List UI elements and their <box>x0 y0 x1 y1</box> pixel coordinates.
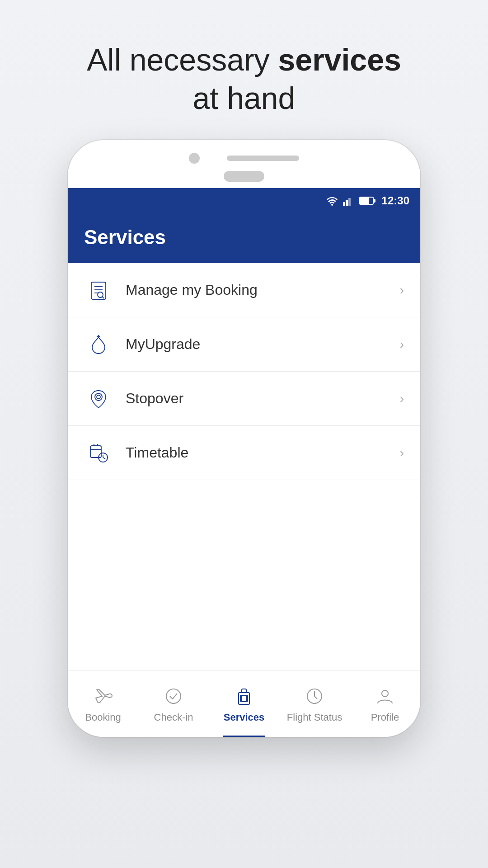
service-label-manage-booking: Manage my Booking <box>126 282 400 298</box>
service-label-timetable: Timetable <box>126 444 400 461</box>
signal-icon <box>343 196 353 206</box>
flightstatus-icon <box>303 684 326 708</box>
headline-area: All necessary services at hand <box>0 0 488 140</box>
timetable-icon <box>84 439 113 467</box>
services-icon <box>232 684 256 708</box>
nav-item-profile[interactable]: Profile <box>350 670 420 737</box>
battery-icon <box>359 197 374 205</box>
status-bar: 12:30 <box>68 188 420 213</box>
headline-line2: at hand <box>193 81 296 115</box>
status-time: 12:30 <box>382 194 409 207</box>
headline-line1: All necessary <box>87 42 278 77</box>
phone-top-decoration <box>68 140 420 168</box>
service-label-my-upgrade: MyUpgrade <box>126 336 400 353</box>
svg-point-19 <box>166 689 181 703</box>
phone-camera <box>189 153 200 164</box>
nav-item-booking[interactable]: Booking <box>68 670 138 737</box>
phone-home-btn <box>224 171 264 182</box>
nav-item-services[interactable]: Services <box>209 670 279 737</box>
headline-text: All necessary services at hand <box>27 41 461 118</box>
wifi-icon <box>326 196 338 206</box>
svg-point-11 <box>97 395 100 399</box>
nav-active-indicator <box>223 736 265 737</box>
app-content: 12:30 Services <box>68 188 420 737</box>
chevron-icon-manage-booking: › <box>400 283 404 297</box>
chevron-icon-my-upgrade: › <box>400 337 404 352</box>
page-background: All necessary services at hand <box>0 0 488 868</box>
phone-speaker <box>227 156 299 161</box>
nav-label-flight-status: Flight Status <box>287 712 342 723</box>
nav-label-services: Services <box>224 712 265 723</box>
service-item-my-upgrade[interactable]: MyUpgrade › <box>68 317 420 372</box>
svg-point-10 <box>95 393 102 401</box>
nav-item-flight-status[interactable]: Flight Status <box>279 670 350 737</box>
svg-rect-1 <box>346 200 348 206</box>
svg-point-25 <box>382 690 388 697</box>
svg-line-18 <box>103 458 105 459</box>
plane-icon <box>91 684 115 708</box>
service-item-timetable[interactable]: Timetable › <box>68 426 420 480</box>
booking-icon <box>84 276 113 305</box>
nav-label-booking: Booking <box>85 712 121 723</box>
svg-rect-2 <box>348 198 351 206</box>
profile-icon <box>373 684 397 708</box>
headline-bold: services <box>278 42 401 77</box>
service-label-stopover: Stopover <box>126 390 400 407</box>
app-header-title: Services <box>84 226 166 248</box>
chevron-icon-timetable: › <box>400 446 404 460</box>
svg-rect-21 <box>241 695 247 702</box>
bottom-nav: Booking Check-in <box>68 670 420 737</box>
services-list: Manage my Booking › MyUpgrade › <box>68 263 420 670</box>
svg-rect-12 <box>90 446 101 458</box>
battery-fill <box>360 198 369 204</box>
app-header: Services <box>68 213 420 263</box>
svg-line-8 <box>102 297 104 298</box>
service-item-stopover[interactable]: Stopover › <box>68 372 420 426</box>
nav-item-check-in[interactable]: Check-in <box>138 670 209 737</box>
phone-home-btn-area <box>68 168 420 188</box>
service-item-manage-booking[interactable]: Manage my Booking › <box>68 263 420 317</box>
phone-frame: 12:30 Services <box>68 140 420 737</box>
svg-rect-0 <box>343 202 345 206</box>
chevron-icon-stopover: › <box>400 392 404 406</box>
stopover-icon <box>84 384 113 413</box>
nav-label-profile: Profile <box>371 712 399 723</box>
checkin-icon <box>162 684 185 708</box>
nav-label-check-in: Check-in <box>154 712 193 723</box>
upgrade-icon <box>84 330 113 359</box>
status-icons: 12:30 <box>326 194 409 207</box>
